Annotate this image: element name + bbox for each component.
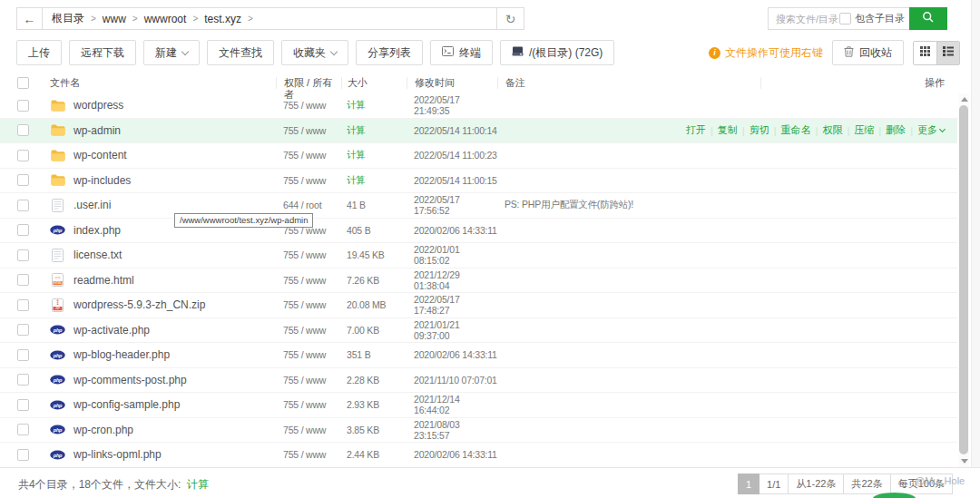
table-row[interactable]: phpwp-config-sample.php755 / www2.93 KB2… xyxy=(0,393,957,418)
file-name[interactable]: wp-activate.php xyxy=(74,324,150,337)
file-name[interactable]: wp-includes xyxy=(74,174,131,187)
row-checkbox[interactable] xyxy=(17,374,29,386)
search-button[interactable] xyxy=(909,7,947,30)
file-permissions: 755 / www xyxy=(283,275,326,286)
select-all-checkbox[interactable] xyxy=(17,77,29,89)
table-scrollbar[interactable] xyxy=(958,93,969,467)
file-name[interactable]: wordpress-5.9.3-zh_CN.zip xyxy=(74,298,205,311)
row-checkbox[interactable] xyxy=(17,349,29,361)
compute-size-link[interactable]: 计算 xyxy=(347,149,366,160)
scrollbar-thumb[interactable] xyxy=(959,105,968,454)
row-checkbox[interactable] xyxy=(17,424,29,435)
row-checkbox[interactable] xyxy=(17,324,29,336)
toolbar-button-终端[interactable]: 终端 xyxy=(430,40,493,65)
column-header-perm[interactable]: 权限 / 所有者 xyxy=(276,77,341,89)
table-row[interactable]: license.txt755 / www19.45 KB2022/01/01 0… xyxy=(0,243,957,269)
pagination-item[interactable]: 从1-22条 xyxy=(788,474,844,494)
scrollbar-down-icon[interactable] xyxy=(961,459,968,464)
table-row[interactable]: phpindex.php755 / www405 B2020/02/06 14:… xyxy=(0,219,957,244)
toolbar-button-文件查找[interactable]: 文件查找 xyxy=(207,40,274,65)
row-checkbox[interactable] xyxy=(17,399,29,411)
file-name[interactable]: wp-links-opml.php xyxy=(74,448,162,461)
pagination-item[interactable]: 1/1 xyxy=(759,474,789,494)
file-name[interactable]: wp-cron.php xyxy=(74,424,133,436)
column-header-remark[interactable]: 备注 xyxy=(497,77,760,89)
floating-button-partial[interactable] xyxy=(873,493,916,498)
compute-size-link[interactable]: 计算 xyxy=(347,99,366,110)
column-header-mtime[interactable]: 修改时间 xyxy=(407,77,497,89)
toolbar-button-收藏夹[interactable]: 收藏夹 xyxy=(281,40,348,65)
toolbar-button-远程下载[interactable]: 远程下载 xyxy=(69,40,136,65)
scrollbar-up-icon[interactable] xyxy=(961,97,968,102)
action-link-打开[interactable]: 打开 xyxy=(686,123,706,137)
toolbar-button-/(根目录) (72G)[interactable]: /(根目录) (72G) xyxy=(500,40,614,65)
table-row[interactable]: wordpress755 / www计算2022/05/17 21:49:35 xyxy=(0,93,957,119)
row-checkbox[interactable] xyxy=(17,100,29,112)
include-subdir-checkbox[interactable] xyxy=(839,13,851,24)
compute-size-link[interactable]: 计算 xyxy=(347,124,366,135)
list-view-button[interactable] xyxy=(936,42,959,64)
zip-icon: ZIP xyxy=(50,298,65,312)
row-checkbox[interactable] xyxy=(17,150,29,161)
toolbar-button-分享列表[interactable]: 分享列表 xyxy=(356,40,423,65)
breadcrumb-item[interactable]: 根目录 xyxy=(52,11,84,26)
toolbar-button-上传[interactable]: 上传 xyxy=(16,40,62,65)
column-header-size[interactable]: 大小 xyxy=(341,77,407,89)
compute-size-link[interactable]: 计算 xyxy=(347,174,366,185)
row-checkbox[interactable] xyxy=(17,200,29,211)
summary-prefix: 共4个目录，18个文件，文件大小: xyxy=(18,478,184,491)
disk-icon xyxy=(512,46,524,59)
file-name[interactable]: wp-config-sample.php xyxy=(74,398,180,411)
page-button-active[interactable]: 1 xyxy=(738,474,760,494)
refresh-button[interactable]: ↻ xyxy=(496,8,524,29)
recycle-bin-button[interactable]: 回收站 xyxy=(832,40,904,65)
action-link-删除[interactable]: 删除 xyxy=(886,123,906,137)
breadcrumb-item[interactable]: wwwroot xyxy=(144,13,187,25)
table-row[interactable]: wp-includes755 / www计算2022/05/14 11:00:1… xyxy=(0,169,957,194)
file-name[interactable]: license.txt xyxy=(74,249,122,261)
table-row[interactable]: .user.ini644 / root41 B2022/05/17 17:56:… xyxy=(0,193,957,219)
table-row[interactable]: <>HTMLreadme.html755 / www7.26 KB2021/12… xyxy=(0,269,957,294)
action-link-权限[interactable]: 权限 xyxy=(822,123,842,137)
row-checkbox[interactable] xyxy=(17,299,29,311)
row-checkbox[interactable] xyxy=(17,124,29,136)
search-input[interactable] xyxy=(769,14,839,24)
table-row[interactable]: phpwp-activate.php755 / www7.00 KB2021/0… xyxy=(0,318,957,344)
breadcrumb-item[interactable]: test.xyz xyxy=(204,13,241,25)
file-name[interactable]: .user.ini xyxy=(74,199,111,211)
include-subdir-option[interactable]: 包含子目录 xyxy=(839,12,909,25)
file-name[interactable]: wp-comments-post.php xyxy=(74,374,187,386)
action-link-more[interactable]: 更多 xyxy=(917,123,945,137)
file-name[interactable]: wp-admin xyxy=(74,124,121,137)
row-checkbox[interactable] xyxy=(17,249,29,261)
table-row[interactable]: wp-content755 / www计算2022/05/14 11:00:23 xyxy=(0,143,957,169)
grid-view-button[interactable] xyxy=(914,42,936,64)
back-button[interactable]: ← xyxy=(17,8,43,29)
column-header-name[interactable]: 文件名 xyxy=(41,77,276,89)
file-name[interactable]: wp-blog-header.php xyxy=(74,348,170,361)
table-row[interactable]: wp-admin755 / www计算2022/05/14 11:00:14打开… xyxy=(0,119,957,144)
row-checkbox[interactable] xyxy=(17,224,29,236)
action-link-重命名[interactable]: 重命名 xyxy=(781,123,811,137)
action-link-剪切[interactable]: 剪切 xyxy=(750,123,769,137)
file-name[interactable]: wordpress xyxy=(74,99,123,112)
table-row[interactable]: ZIPwordpress-5.9.3-zh_CN.zip755 / www20.… xyxy=(0,293,957,318)
table-row[interactable]: phpwp-blog-header.php755 / www351 B2020/… xyxy=(0,343,957,368)
file-name[interactable]: wp-content xyxy=(74,149,127,161)
file-name[interactable]: readme.html xyxy=(74,274,134,287)
table-row[interactable]: phpwp-comments-post.php755 / www2.28 KB2… xyxy=(0,368,957,394)
table-row[interactable]: phpwp-links-opml.php755 / www2.44 KB2020… xyxy=(0,443,957,467)
row-checkbox[interactable] xyxy=(17,274,29,286)
table-row[interactable]: phpwp-cron.php755 / www3.85 KB2021/08/03… xyxy=(0,418,957,444)
breadcrumb-item[interactable]: www xyxy=(103,13,126,25)
action-link-复制[interactable]: 复制 xyxy=(718,123,738,137)
row-checkbox[interactable] xyxy=(17,449,29,461)
row-checkbox[interactable] xyxy=(17,174,29,186)
pagination-item[interactable]: 每页100条 xyxy=(890,474,953,494)
toolbar-button-新建[interactable]: 新建 xyxy=(143,40,200,65)
file-name[interactable]: index.php xyxy=(74,224,121,237)
compute-size-link[interactable]: 计算 xyxy=(187,478,209,491)
action-link-压缩[interactable]: 压缩 xyxy=(854,123,874,137)
file-table: 文件名 权限 / 所有者 大小 修改时间 备注 操作 wordpress755 … xyxy=(0,73,957,467)
pagination-item[interactable]: 共22条 xyxy=(843,474,890,494)
